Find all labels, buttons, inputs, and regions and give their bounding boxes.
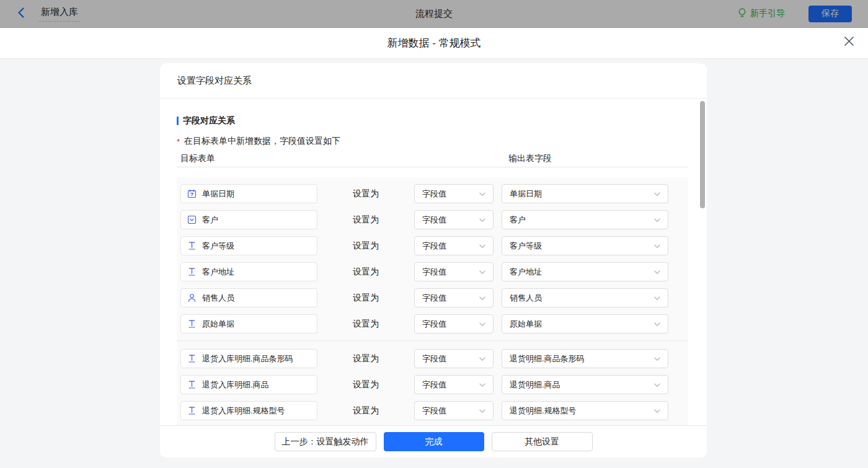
user-icon bbox=[187, 293, 197, 302]
target-field-chip: 退货入库明细.商品 bbox=[180, 375, 317, 394]
set-as-label: 设置为 bbox=[353, 188, 380, 200]
flow-step-title: 流程提交 bbox=[415, 8, 453, 20]
card-footer: 上一步：设置触发动作 完成 其他设置 bbox=[160, 425, 707, 457]
target-field-chip: 销售人员 bbox=[180, 288, 317, 307]
output-field-dropdown[interactable]: 退货明细.商品 bbox=[502, 375, 668, 394]
previous-step-button[interactable]: 上一步：设置触发动作 bbox=[275, 432, 376, 451]
output-field-dropdown[interactable]: 原始单据 bbox=[502, 314, 668, 333]
mapping-group-divider bbox=[177, 340, 688, 341]
chevron-down-icon bbox=[479, 380, 485, 389]
chevron-down-icon bbox=[479, 293, 485, 302]
select-field-icon bbox=[187, 215, 197, 224]
chevron-down-icon bbox=[654, 293, 660, 302]
column-header-output-field: 输出表字段 bbox=[508, 153, 552, 164]
chevron-down-icon bbox=[654, 189, 660, 198]
value-type-selected: 字段值 bbox=[422, 293, 446, 304]
output-field-selected: 单据日期 bbox=[510, 188, 542, 200]
output-field-selected: 退货明细.规格型号 bbox=[510, 405, 577, 417]
text-field-icon bbox=[187, 241, 197, 250]
set-as-label: 设置为 bbox=[353, 353, 380, 364]
value-type-selected: 字段值 bbox=[422, 353, 446, 364]
value-type-dropdown[interactable]: 字段值 bbox=[414, 210, 494, 229]
output-field-selected: 退货明细.商品条形码 bbox=[510, 353, 585, 364]
back-button[interactable] bbox=[17, 7, 24, 20]
mapping-group-2: 退货入库明细.商品条形码 设置为 字段值 退货明细.商品条形码 bbox=[180, 349, 688, 420]
value-type-selected: 字段值 bbox=[422, 214, 446, 226]
set-as-label: 设置为 bbox=[353, 319, 380, 330]
value-type-selected: 字段值 bbox=[422, 379, 446, 391]
target-field-chip: 客户 bbox=[180, 210, 317, 229]
mapping-row: 退货入库明细.规格型号 设置为 字段值 退货明细.规格型号 bbox=[180, 401, 688, 420]
card-header-title: 设置字段对应关系 bbox=[160, 63, 707, 99]
target-field-label: 退货入库明细.商品条形码 bbox=[202, 353, 293, 364]
value-type-dropdown[interactable]: 字段值 bbox=[414, 236, 494, 255]
output-field-dropdown[interactable]: 客户等级 bbox=[502, 236, 668, 255]
calendar-icon bbox=[187, 189, 197, 198]
output-field-dropdown[interactable]: 退货明细.规格型号 bbox=[502, 401, 668, 420]
mapping-row: 原始单据 设置为 字段值 原始单据 bbox=[180, 314, 688, 333]
target-field-chip: 客户等级 bbox=[180, 236, 317, 255]
mapping-row: 单据日期 设置为 字段值 单据日期 bbox=[180, 184, 688, 203]
target-field-chip: 客户地址 bbox=[180, 262, 317, 281]
set-as-label: 设置为 bbox=[353, 379, 380, 391]
value-type-selected: 字段值 bbox=[422, 267, 446, 278]
output-field-dropdown[interactable]: 销售人员 bbox=[502, 288, 668, 307]
value-type-dropdown[interactable]: 字段值 bbox=[414, 262, 494, 281]
value-type-dropdown[interactable]: 字段值 bbox=[414, 314, 494, 333]
value-type-dropdown[interactable]: 字段值 bbox=[414, 288, 494, 307]
chevron-down-icon bbox=[654, 354, 660, 363]
target-field-chip: 单据日期 bbox=[180, 184, 317, 203]
target-field-label: 单据日期 bbox=[202, 188, 234, 200]
output-field-selected: 客户地址 bbox=[510, 267, 542, 278]
target-field-label: 客户等级 bbox=[202, 241, 234, 252]
beginner-guide-button[interactable]: 新手引导 bbox=[738, 8, 785, 20]
output-field-dropdown[interactable]: 客户地址 bbox=[502, 262, 668, 281]
set-as-label: 设置为 bbox=[353, 214, 380, 226]
section-title: 字段对应关系 bbox=[183, 115, 235, 126]
target-field-chip: 退货入库明细.商品条形码 bbox=[180, 349, 317, 368]
section-description-row: * 在目标表单中新增数据，字段值设置如下 bbox=[177, 136, 688, 148]
other-settings-button[interactable]: 其他设置 bbox=[492, 432, 593, 451]
target-field-chip: 退货入库明细.规格型号 bbox=[180, 401, 317, 420]
value-type-dropdown[interactable]: 字段值 bbox=[414, 401, 494, 420]
value-type-selected: 字段值 bbox=[422, 241, 446, 252]
text-field-icon bbox=[187, 267, 197, 276]
chevron-down-icon bbox=[479, 267, 485, 276]
set-as-label: 设置为 bbox=[353, 241, 380, 252]
close-button[interactable] bbox=[844, 36, 854, 46]
done-button[interactable]: 完成 bbox=[384, 432, 484, 451]
output-field-selected: 原始单据 bbox=[510, 319, 542, 330]
close-icon bbox=[844, 39, 854, 48]
target-field-label: 退货入库明细.商品 bbox=[202, 379, 269, 391]
set-as-label: 设置为 bbox=[353, 293, 380, 304]
text-field-icon bbox=[187, 319, 197, 329]
target-field-label: 退货入库明细.规格型号 bbox=[202, 405, 285, 417]
output-field-dropdown[interactable]: 单据日期 bbox=[502, 184, 668, 203]
text-field-icon bbox=[187, 406, 197, 415]
value-type-dropdown[interactable]: 字段值 bbox=[414, 349, 494, 368]
chevron-down-icon bbox=[479, 215, 485, 224]
set-as-label: 设置为 bbox=[353, 405, 380, 417]
mapping-row: 客户地址 设置为 字段值 客户地址 bbox=[180, 262, 688, 281]
chevron-down-icon bbox=[479, 241, 485, 250]
back-chevron-icon bbox=[17, 7, 24, 20]
output-field-selected: 客户等级 bbox=[510, 241, 542, 252]
top-bar: 新增入库 流程提交 新手引导 保存 bbox=[0, 0, 868, 28]
modal-header: 新增数据 - 常规模式 bbox=[0, 28, 868, 59]
card-scrollbar-thumb[interactable] bbox=[700, 101, 705, 208]
column-header-divider bbox=[177, 167, 688, 167]
output-field-dropdown[interactable]: 客户 bbox=[502, 210, 668, 229]
mapping-group-1: 单据日期 设置为 字段值 单据日期 bbox=[180, 184, 688, 333]
required-asterisk: * bbox=[177, 137, 180, 146]
value-type-selected: 字段值 bbox=[422, 319, 446, 330]
output-field-dropdown[interactable]: 退货明细.商品条形码 bbox=[502, 349, 668, 368]
set-as-label: 设置为 bbox=[353, 267, 380, 278]
target-field-label: 客户地址 bbox=[202, 267, 234, 278]
save-button[interactable]: 保存 bbox=[808, 6, 852, 22]
flow-name-label[interactable]: 新增入库 bbox=[39, 6, 80, 22]
add-data-modal: 新增数据 - 常规模式 设置字段对应关系 字段对应关系 * 在目标表单中新增数据… bbox=[0, 28, 868, 468]
value-type-dropdown[interactable]: 字段值 bbox=[414, 184, 494, 203]
lightbulb-icon bbox=[738, 8, 746, 20]
mapping-row: 客户等级 设置为 字段值 客户等级 bbox=[180, 236, 688, 255]
value-type-dropdown[interactable]: 字段值 bbox=[414, 375, 494, 394]
